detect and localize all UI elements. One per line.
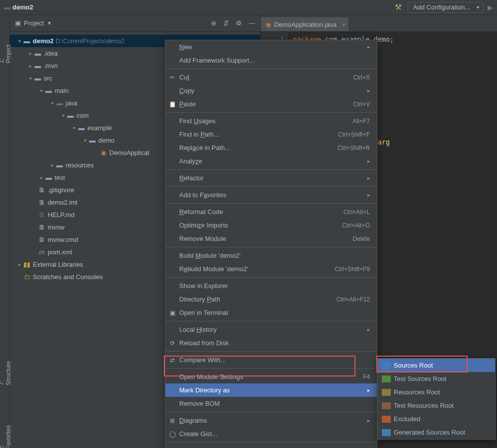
project-panel-header: ▣ Project ▼ ⊕ ⇵ ⚙ — — [10, 15, 260, 32]
collapse-icon[interactable]: ⇵ — [223, 19, 229, 27]
menu-build-module[interactable]: Build Module 'demo2' — [165, 249, 377, 262]
menu-mark-directory-as[interactable]: Mark Directory as▸ — [165, 383, 377, 397]
menu-favorites[interactable]: Add to Favorites▸ — [165, 188, 377, 202]
tab-project[interactable]: 1: Project — [0, 45, 12, 63]
terminal-icon: ▣ — [168, 309, 176, 316]
diagram-icon: ⊞ — [168, 417, 176, 424]
menu-replace-in-path[interactable]: Replace in Path...Ctrl+Shift+R — [165, 141, 377, 154]
editor-tabs: ◉ DemoApplication.java × — [261, 15, 497, 32]
gear-icon[interactable]: ⚙ — [236, 19, 242, 27]
submenu-generated[interactable]: Generated Sources Root — [378, 426, 495, 439]
window-icon: ▣ — [15, 19, 21, 27]
menu-refactor[interactable]: Refactor▸ — [165, 171, 377, 185]
menu-analyze[interactable]: Analyze▸ — [165, 154, 377, 168]
menu-reload[interactable]: ⟳Reload from Disk — [165, 336, 377, 350]
project-view-selector[interactable]: ▣ Project ▼ — [15, 19, 52, 27]
folder-green-icon — [382, 375, 391, 382]
github-icon: ◯ — [168, 431, 176, 438]
add-configuration-dropdown[interactable]: Add Configuration... — [408, 2, 484, 13]
folder-excluded-icon — [382, 416, 391, 423]
submenu-resources[interactable]: Resources Root — [378, 385, 495, 399]
submenu-sources-root[interactable]: Sources Root — [378, 359, 495, 372]
chevron-down-icon: ▼ — [47, 20, 52, 26]
submenu-test-resources[interactable]: Test Resources Root — [378, 399, 495, 412]
menu-remove-bom[interactable]: Remove BOM — [165, 397, 377, 410]
editor-tab-label: DemoApplication.java — [274, 21, 337, 28]
menu-directory-path[interactable]: Directory PathCtrl+Alt+F12 — [165, 293, 377, 306]
menu-new[interactable]: New▸ — [165, 40, 377, 54]
menu-add-framework[interactable]: Add Framework Support... — [165, 54, 377, 67]
menu-find-in-path[interactable]: Find in Path...Ctrl+Shift+F — [165, 128, 377, 141]
menu-local-history[interactable]: Local History▸ — [165, 323, 377, 336]
java-icon: ◉ — [266, 21, 271, 28]
compare-icon: ⇄ — [168, 357, 176, 364]
submenu-test-sources[interactable]: Test Sources Root — [378, 372, 495, 385]
root-path: D:\CurrentProjects\demo2 — [56, 38, 125, 45]
menu-open-module-settings[interactable]: Open Module SettingsF4 — [165, 370, 377, 383]
folder-test-resources-icon — [382, 402, 391, 409]
folder-blue-icon — [382, 362, 391, 369]
target-icon[interactable]: ⊕ — [211, 19, 216, 27]
menu-copy[interactable]: Copy▸ — [165, 84, 377, 97]
editor-tab[interactable]: ◉ DemoApplication.java × — [261, 17, 349, 31]
cut-icon: ✂ — [168, 74, 176, 81]
menu-find-usages[interactable]: Find UsagesAlt+F7 — [165, 114, 377, 128]
tab-favorites[interactable]: 2: Favorites — [0, 425, 12, 448]
folder-generated-icon — [382, 429, 391, 436]
folder-resources-icon — [382, 389, 391, 396]
menu-paste[interactable]: 📋PasteCtrl+V — [165, 97, 377, 111]
project-title: Project — [24, 19, 44, 27]
submenu-mark-directory: Sources Root Test Sources Root Resources… — [377, 358, 496, 440]
context-menu: New▸ Add Framework Support... ✂CutCtrl+X… — [165, 40, 377, 448]
run-icon[interactable]: ▶ — [488, 3, 493, 11]
crumb-text: demo2 — [12, 3, 33, 11]
menu-compare[interactable]: ⇄Compare With... — [165, 353, 377, 367]
build-icon[interactable]: ⚒ — [395, 2, 402, 12]
menu-cut[interactable]: ✂CutCtrl+X — [165, 71, 377, 84]
breadcrumb[interactable]: ▬ demo2 — [4, 3, 33, 11]
menu-rebuild-module[interactable]: Rebuild Module 'demo2'Ctrl+Shift+F9 — [165, 262, 377, 276]
menu-optimize[interactable]: Optimize ImportsCtrl+Alt+O — [165, 219, 377, 232]
paste-icon: 📋 — [168, 101, 176, 108]
tab-structure[interactable]: 7: Structure — [0, 361, 12, 385]
breadcrumb-bar: ▬ demo2 ⚒ Add Configuration... ▶ — [0, 0, 497, 15]
menu-open-terminal[interactable]: ▣Open in Terminal — [165, 306, 377, 319]
reload-icon: ⟳ — [168, 340, 176, 347]
menu-reformat[interactable]: Reformat CodeCtrl+Alt+L — [165, 205, 377, 219]
menu-diagrams[interactable]: ⊞Diagrams▸ — [165, 414, 377, 427]
root-label: demo2 — [33, 37, 54, 45]
folder-icon: ▬ — [4, 3, 10, 11]
menu-show-explorer[interactable]: Show in Explorer — [165, 279, 377, 293]
menu-convert-kotlin[interactable]: Convert Java File to Kotlin FileCtrl+Alt… — [165, 444, 377, 448]
tool-window-stripe-left: 1: Project 7: Structure 2: Favorites — [0, 15, 10, 448]
menu-remove-module[interactable]: Remove ModuleDelete — [165, 232, 377, 245]
addconfig-label: Add Configuration... — [413, 3, 470, 11]
close-icon[interactable]: × — [342, 21, 346, 28]
hide-icon[interactable]: — — [249, 19, 255, 27]
menu-create-gist[interactable]: ◯Create Gist... — [165, 427, 377, 441]
submenu-excluded[interactable]: Excluded — [378, 412, 495, 426]
